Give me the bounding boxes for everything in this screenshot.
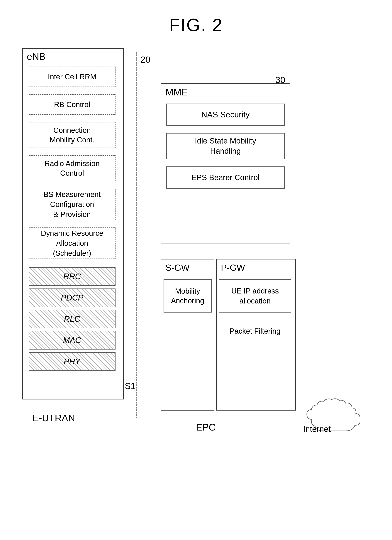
radio-admission-box: Radio AdmissionControl	[29, 155, 115, 181]
page: FIG. 2 eNB Inter Cell RRM RB Control Con…	[0, 0, 392, 540]
radio-admission-label: Radio AdmissionControl	[45, 159, 100, 178]
mobility-anchoring-box: MobilityAnchoring	[164, 279, 212, 313]
idle-state-mobility-label: Idle State MobilityHandling	[195, 136, 256, 156]
eps-bearer-box: EPS Bearer Control	[166, 166, 285, 189]
s1-interface-line	[136, 52, 137, 418]
rb-control-box: RB Control	[29, 94, 115, 115]
bs-measurement-label: BS MeasurementConfiguration& Provision	[43, 189, 100, 219]
bs-measurement-box: BS MeasurementConfiguration& Provision	[29, 189, 115, 220]
eutran-label: E-UTRAN	[32, 412, 75, 424]
sgw-label: S-GW	[165, 263, 190, 273]
pgw-label: P-GW	[221, 263, 245, 273]
dynamic-resource-label: Dynamic ResourceAllocation(Scheduler)	[41, 228, 103, 258]
ue-ip-allocation-box: UE IP addressallocation	[219, 279, 291, 313]
s1-label: S1	[125, 381, 136, 391]
packet-filtering-box: Packet Filtering	[219, 320, 291, 342]
mobility-anchoring-label: MobilityAnchoring	[171, 286, 204, 305]
rrc-label: RRC	[63, 272, 81, 281]
epc-label: EPC	[196, 422, 216, 433]
phy-box: PHY	[29, 352, 115, 371]
dynamic-resource-box: Dynamic ResourceAllocation(Scheduler)	[29, 227, 115, 259]
pdcp-box: PDCP	[29, 289, 115, 307]
ue-ip-allocation-label: UE IP addressallocation	[231, 286, 279, 306]
rb-control-label: RB Control	[54, 100, 90, 109]
internet-cloud	[294, 398, 360, 442]
nas-security-box: NAS Security	[166, 104, 285, 126]
mac-label: MAC	[63, 336, 81, 345]
connection-mobility-label: ConnectionMobility Cont.	[50, 125, 94, 145]
connection-mobility-box: ConnectionMobility Cont.	[29, 122, 115, 148]
eps-bearer-label: EPS Bearer Control	[191, 173, 260, 182]
rrc-box: RRC	[29, 267, 115, 286]
rlc-label: RLC	[64, 314, 80, 324]
enb-label: eNB	[27, 51, 45, 62]
figure-title: FIG. 2	[0, 0, 392, 35]
internet-label: Internet	[303, 425, 331, 434]
nas-security-label: NAS Security	[201, 110, 250, 119]
ref-30: 30	[275, 75, 285, 85]
mme-label: MME	[165, 87, 188, 98]
mac-box: MAC	[29, 331, 115, 350]
packet-filtering-label: Packet Filtering	[229, 327, 281, 335]
idle-state-mobility-box: Idle State MobilityHandling	[166, 133, 285, 159]
phy-label: PHY	[64, 357, 80, 366]
inter-cell-rrm-label: Inter Cell RRM	[48, 73, 96, 81]
pdcp-label: PDCP	[61, 293, 83, 302]
ref-20: 20	[140, 55, 150, 65]
rlc-box: RLC	[29, 310, 115, 328]
inter-cell-rrm-box: Inter Cell RRM	[29, 67, 115, 87]
